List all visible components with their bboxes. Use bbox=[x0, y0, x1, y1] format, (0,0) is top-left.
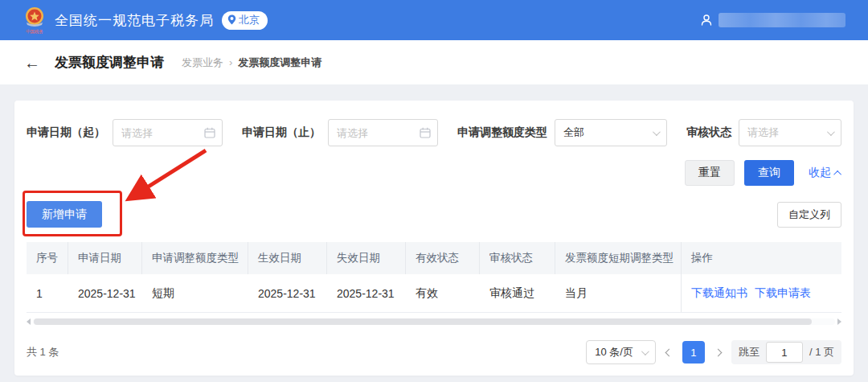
col-header-review-status: 审核状态 bbox=[480, 242, 555, 274]
scrollbar-thumb[interactable] bbox=[34, 318, 812, 325]
invoice-quota-page: { "header": { "site_title": "全国统一规范电子税务局… bbox=[0, 0, 868, 382]
col-header-effective-date: 生效日期 bbox=[248, 242, 327, 274]
cell-operation: 下载通知书 下载申请表 bbox=[681, 274, 841, 312]
logo-caption: 中国税务 bbox=[26, 29, 43, 34]
chevron-down-icon bbox=[827, 128, 835, 136]
tax-bureau-logo: 中国税务 bbox=[23, 6, 47, 35]
collapse-toggle[interactable]: 收起 bbox=[809, 166, 841, 180]
col-header-short-term-type: 发票额度短期调整类型 bbox=[555, 242, 681, 274]
filter-review-status-label: 审核状态 bbox=[686, 125, 731, 140]
cell-review-status: 审核通过 bbox=[480, 274, 555, 312]
cell-effective-date: 2025-12-31 bbox=[248, 274, 327, 312]
jump-page-input[interactable] bbox=[766, 342, 803, 363]
cell-apply-date: 2025-12-31 bbox=[68, 274, 142, 312]
col-header-operation: 操作 bbox=[681, 242, 841, 274]
header-user-area[interactable] bbox=[700, 13, 845, 27]
review-status-select[interactable]: 请选择 bbox=[739, 119, 841, 146]
site-title: 全国统一规范电子税务局 bbox=[55, 11, 214, 30]
page-title: 发票额度调整申请 bbox=[55, 53, 164, 72]
customize-columns-button[interactable]: 自定义列 bbox=[777, 202, 841, 228]
reset-button[interactable]: 重置 bbox=[685, 160, 735, 186]
user-icon bbox=[700, 14, 713, 27]
download-notice-link[interactable]: 下载通知书 bbox=[691, 286, 747, 301]
new-application-button[interactable]: 新增申请 bbox=[27, 201, 102, 228]
chevron-left-icon bbox=[665, 348, 673, 356]
scrollbar-track[interactable] bbox=[33, 318, 835, 325]
cell-adjust-type: 短期 bbox=[142, 274, 248, 312]
redacted-user-info bbox=[719, 13, 845, 27]
national-emblem-icon bbox=[23, 6, 47, 29]
filter-adjust-type: 申请调整额度类型 全部 bbox=[457, 119, 667, 146]
download-form-link[interactable]: 下载申请表 bbox=[755, 286, 811, 301]
col-header-seq: 序号 bbox=[27, 242, 68, 274]
cell-seq: 1 bbox=[27, 274, 68, 312]
review-status-placeholder: 请选择 bbox=[747, 125, 779, 140]
filter-date-start-label: 申请日期（起） bbox=[27, 125, 105, 140]
filter-date-end-label: 申请日期（止） bbox=[242, 125, 321, 140]
jump-to-page: 跳至 / 1 页 bbox=[731, 340, 841, 364]
scroll-right-icon[interactable] bbox=[837, 318, 841, 325]
collapse-label: 收起 bbox=[809, 166, 831, 180]
chevron-down-icon bbox=[653, 128, 661, 136]
filter-adjust-type-label: 申请调整额度类型 bbox=[457, 125, 547, 140]
page-number-button[interactable]: 1 bbox=[682, 341, 705, 364]
pagination: 10 条/页 1 跳至 / 1 页 bbox=[586, 340, 841, 364]
horizontal-scrollbar[interactable] bbox=[27, 318, 841, 326]
location-label: 北京 bbox=[239, 13, 260, 27]
query-button[interactable]: 查询 bbox=[744, 160, 794, 186]
scroll-left-icon[interactable] bbox=[27, 318, 31, 325]
adjust-type-value: 全部 bbox=[563, 125, 584, 140]
breadcrumb-separator-icon: › bbox=[229, 56, 232, 68]
chevron-down-icon bbox=[641, 347, 649, 355]
col-header-valid-status: 有效状态 bbox=[406, 242, 480, 274]
chevron-right-icon bbox=[714, 348, 722, 356]
adjust-type-select[interactable]: 全部 bbox=[555, 119, 667, 146]
app-header: 中国税务 全国统一规范电子税务局 北京 bbox=[0, 0, 868, 40]
table-header-row: 序号 申请日期 申请调整额度类型 生效日期 失效日期 有效状态 审核状态 发票额… bbox=[27, 242, 841, 274]
table-toolbar: 新增申请 自定义列 bbox=[27, 201, 841, 228]
page-title-bar: ← 发票额度调整申请 发票业务 › 发票额度调整申请 bbox=[0, 40, 868, 84]
filter-review-status: 审核状态 请选择 bbox=[686, 119, 841, 146]
chevron-up-icon bbox=[833, 170, 841, 178]
filter-row: 申请日期（起） 申请日期（止） bbox=[27, 119, 841, 146]
total-count: 共 1 条 bbox=[27, 345, 59, 359]
filter-date-end: 申请日期（止） bbox=[242, 119, 438, 146]
col-header-expiry-date: 失效日期 bbox=[327, 242, 406, 274]
date-end-input[interactable] bbox=[328, 119, 438, 146]
table-footer: 共 1 条 10 条/页 1 跳至 / 1 页 bbox=[27, 340, 841, 364]
table-row: 1 2025-12-31 短期 2025-12-31 2025-12-31 有效… bbox=[27, 274, 841, 313]
page-size-value: 10 条/页 bbox=[595, 345, 633, 359]
content-card: 申请日期（起） 申请日期（止） bbox=[14, 101, 854, 376]
jump-label: 跳至 bbox=[739, 345, 760, 359]
prev-page-button[interactable] bbox=[665, 348, 674, 357]
col-header-apply-date: 申请日期 bbox=[68, 242, 142, 274]
breadcrumb-current: 发票额度调整申请 bbox=[238, 55, 321, 70]
cell-short-term-type: 当月 bbox=[555, 274, 681, 312]
breadcrumb-parent[interactable]: 发票业务 bbox=[182, 55, 223, 70]
next-page-button[interactable] bbox=[714, 348, 723, 357]
date-start-input[interactable] bbox=[113, 119, 223, 146]
applications-table: 序号 申请日期 申请调整额度类型 生效日期 失效日期 有效状态 审核状态 发票额… bbox=[27, 242, 841, 313]
location-badge[interactable]: 北京 bbox=[222, 11, 268, 30]
filter-actions-row: 重置 查询 收起 bbox=[27, 160, 841, 186]
col-header-adjust-type: 申请调整额度类型 bbox=[142, 242, 248, 274]
location-pin-icon bbox=[227, 14, 236, 25]
total-pages-label: / 1 页 bbox=[809, 345, 834, 359]
back-arrow-icon[interactable]: ← bbox=[24, 55, 40, 71]
cell-valid-status: 有效 bbox=[406, 274, 480, 312]
filter-date-start: 申请日期（起） bbox=[27, 119, 223, 146]
page-size-select[interactable]: 10 条/页 bbox=[586, 340, 656, 364]
cell-expiry-date: 2025-12-31 bbox=[327, 274, 406, 312]
